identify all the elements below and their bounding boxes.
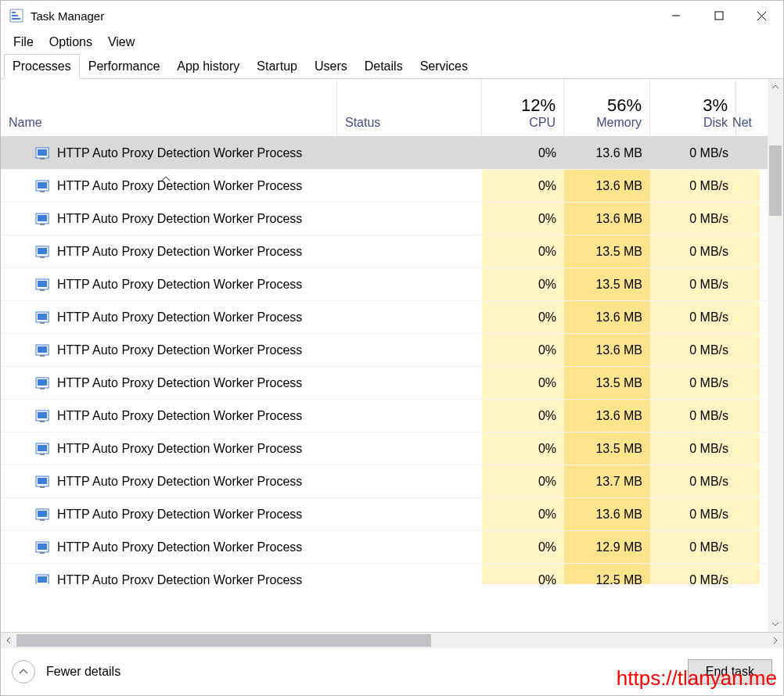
svg-rect-43 — [40, 519, 45, 521]
process-icon — [35, 376, 49, 390]
process-name: HTTP Auto Proxy Detection Worker Process — [57, 146, 302, 160]
cell-disk: 0 MB/s — [650, 465, 736, 497]
cell-name: HTTP Auto Proxy Detection Worker Process — [1, 400, 337, 432]
close-button[interactable] — [740, 1, 783, 30]
process-icon — [35, 343, 49, 357]
cell-network — [736, 203, 760, 235]
table-row[interactable]: HTTP Auto Proxy Detection Worker Process… — [1, 334, 768, 367]
cell-disk: 0 MB/s — [650, 531, 736, 563]
cell-disk: 0 MB/s — [650, 203, 736, 235]
tab-services[interactable]: Services — [412, 54, 477, 78]
process-name: HTTP Auto Proxy Detection Worker Process — [57, 409, 302, 423]
tab-startup[interactable]: Startup — [248, 54, 306, 78]
svg-rect-19 — [40, 257, 45, 258]
table-row[interactable]: HTTP Auto Proxy Detection Worker Process… — [1, 564, 768, 584]
process-table: Name Status 12% CPU 56% Memory 3% Disk — [1, 79, 768, 632]
table-row[interactable]: HTTP Auto Proxy Detection Worker Process… — [1, 367, 768, 400]
end-task-button[interactable]: End task — [688, 659, 772, 684]
table-row[interactable]: HTTP Auto Proxy Detection Worker Process… — [1, 465, 768, 498]
task-manager-window: Task Manager File Options View Processes… — [0, 0, 784, 696]
cell-network — [736, 137, 760, 169]
cell-memory: 13.6 MB — [564, 400, 650, 432]
table-row[interactable]: HTTP Auto Proxy Detection Worker Process… — [1, 170, 768, 203]
scroll-right-icon[interactable] — [768, 633, 783, 648]
cell-disk: 0 MB/s — [650, 334, 736, 366]
cell-network — [736, 400, 760, 432]
scroll-down-icon[interactable] — [768, 616, 783, 632]
scroll-left-icon[interactable] — [1, 633, 16, 648]
cell-disk: 0 MB/s — [650, 498, 736, 530]
chevron-up-icon — [12, 660, 35, 683]
tab-processes[interactable]: Processes — [4, 54, 80, 79]
table-row[interactable]: HTTP Auto Proxy Detection Worker Process… — [1, 400, 768, 432]
table-row[interactable]: HTTP Auto Proxy Detection Worker Process… — [1, 137, 768, 170]
cell-disk: 0 MB/s — [650, 137, 736, 169]
process-icon — [35, 475, 49, 489]
cell-network — [736, 432, 760, 465]
menu-view[interactable]: View — [100, 33, 142, 52]
hscroll-thumb[interactable] — [16, 634, 431, 647]
process-name: HTTP Auto Proxy Detection Worker Process — [57, 212, 302, 226]
cell-network — [736, 465, 760, 497]
cell-memory: 13.7 MB — [564, 465, 650, 497]
process-icon — [35, 212, 49, 226]
process-name: HTTP Auto Proxy Detection Worker Process — [57, 475, 302, 489]
cell-name: HTTP Auto Proxy Detection Worker Process — [1, 334, 337, 366]
cell-network — [736, 170, 760, 202]
column-label-status: Status — [345, 116, 473, 130]
process-name: HTTP Auto Proxy Detection Worker Process — [57, 540, 302, 554]
tab-app-history[interactable]: App history — [168, 54, 248, 78]
cell-cpu: 0% — [482, 334, 564, 366]
minimize-button[interactable] — [654, 1, 697, 30]
table-row[interactable]: HTTP Auto Proxy Detection Worker Process… — [1, 203, 768, 235]
table-row[interactable]: HTTP Auto Proxy Detection Worker Process… — [1, 498, 768, 531]
fewer-details-toggle[interactable]: Fewer details — [12, 660, 120, 683]
column-header-disk[interactable]: 3% Disk — [650, 79, 736, 136]
cell-status — [337, 432, 482, 465]
table-row[interactable]: HTTP Auto Proxy Detection Worker Process… — [1, 432, 768, 465]
cell-name: HTTP Auto Proxy Detection Worker Process — [1, 235, 337, 267]
window-buttons — [654, 1, 783, 30]
process-name: HTTP Auto Proxy Detection Worker Process — [57, 376, 302, 390]
app-icon — [9, 8, 24, 23]
process-icon — [35, 179, 49, 193]
titlebar: Task Manager — [1, 1, 783, 30]
tabbar: Processes Performance App history Startu… — [1, 54, 783, 79]
table-row[interactable]: HTTP Auto Proxy Detection Worker Process… — [1, 235, 768, 268]
menu-file[interactable]: File — [5, 33, 41, 52]
svg-rect-1 — [12, 12, 16, 13]
tab-users[interactable]: Users — [306, 54, 356, 78]
cell-memory: 12.9 MB — [564, 531, 650, 563]
column-header-status[interactable]: Status — [337, 79, 482, 136]
scroll-up-icon[interactable] — [768, 79, 783, 95]
table-row[interactable]: HTTP Auto Proxy Detection Worker Process… — [1, 301, 768, 334]
hscroll-track[interactable] — [16, 633, 768, 648]
column-header-cpu[interactable]: 12% CPU — [482, 79, 564, 136]
cell-network — [736, 367, 760, 399]
process-name: HTTP Auto Proxy Detection Worker Process — [57, 245, 302, 259]
process-name: HTTP Auto Proxy Detection Worker Process — [57, 508, 302, 522]
maximize-button[interactable] — [697, 1, 740, 30]
cpu-percent: 12% — [521, 95, 556, 116]
tab-performance[interactable]: Performance — [80, 54, 169, 78]
cell-cpu: 0% — [482, 235, 564, 267]
column-header-memory[interactable]: 56% Memory — [564, 79, 650, 136]
column-header-network[interactable]: Net — [736, 79, 760, 136]
cell-name: HTTP Auto Proxy Detection Worker Process — [1, 432, 337, 465]
svg-rect-30 — [38, 379, 47, 386]
tab-details[interactable]: Details — [356, 54, 412, 78]
column-header-name[interactable]: Name — [1, 79, 337, 136]
scroll-track[interactable] — [768, 95, 783, 616]
vertical-scrollbar[interactable] — [768, 79, 783, 632]
cell-disk: 0 MB/s — [650, 367, 736, 399]
cell-name: HTTP Auto Proxy Detection Worker Process — [1, 564, 337, 584]
table-row[interactable]: HTTP Auto Proxy Detection Worker Process… — [1, 531, 768, 564]
svg-rect-40 — [40, 486, 45, 488]
svg-rect-3 — [12, 18, 20, 20]
table-row[interactable]: HTTP Auto Proxy Detection Worker Process… — [1, 268, 768, 301]
menu-options[interactable]: Options — [41, 33, 100, 52]
process-icon — [35, 310, 49, 325]
cell-memory: 13.5 MB — [564, 367, 650, 399]
horizontal-scrollbar[interactable] — [1, 633, 783, 648]
scroll-thumb[interactable] — [769, 145, 782, 216]
